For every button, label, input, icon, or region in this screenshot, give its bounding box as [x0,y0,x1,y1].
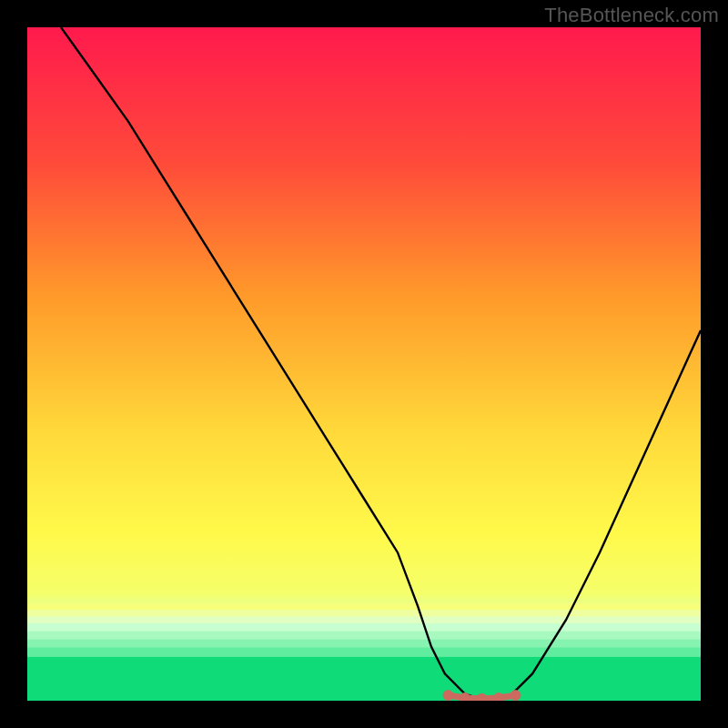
svg-rect-1 [27,610,701,616]
svg-rect-6 [27,648,701,657]
plateau-marker [494,693,504,701]
svg-rect-3 [27,623,701,632]
bottleneck-chart [27,27,701,701]
plateau-marker [477,693,487,701]
svg-rect-7 [27,657,701,701]
plateau-marker [443,691,453,701]
watermark-text: TheBottleneck.com [544,4,719,27]
svg-rect-0 [27,603,701,610]
gradient-bands [27,603,701,701]
plateau-marker [460,693,470,701]
gradient-background [27,27,701,701]
svg-rect-2 [27,617,701,623]
plot-area [27,27,701,701]
chart-frame: TheBottleneck.com [0,0,728,728]
svg-rect-5 [27,640,701,648]
svg-rect-4 [27,632,701,640]
plateau-marker [511,691,521,701]
